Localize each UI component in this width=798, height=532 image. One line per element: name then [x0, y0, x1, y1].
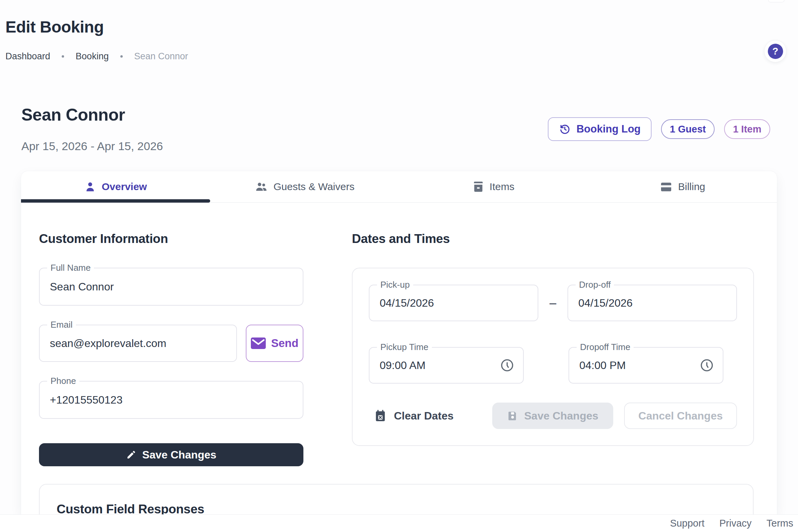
overview-content: Customer Information Full Name Sean Conn…	[21, 203, 777, 466]
people-icon	[255, 180, 268, 193]
tab-overview-label: Overview	[102, 181, 147, 192]
save-changes-button[interactable]: Save Changes	[39, 443, 303, 466]
booking-card: Overview Guests & Waivers	[21, 171, 777, 514]
booking-name: Sean Connor	[21, 105, 163, 125]
page-footer: Support Privacy Terms	[0, 514, 798, 532]
booking-header: Sean Connor Apr 15, 2026 - Apr 15, 2026	[21, 105, 163, 153]
custom-field-responses-card: Custom Field Responses	[39, 484, 754, 514]
send-email-button[interactable]: Send	[246, 325, 303, 362]
time-row-spacer	[524, 347, 569, 384]
email-field[interactable]: Email sean@explorevalet.com	[39, 325, 237, 362]
full-name-value: Sean Connor	[40, 281, 114, 293]
tab-guests-waivers[interactable]: Guests & Waivers	[210, 171, 399, 202]
breadcrumb-separator-dot	[120, 55, 123, 58]
dates-save-changes-label: Save Changes	[524, 410, 598, 422]
pickup-date-label: Pick-up	[377, 280, 413, 290]
footer-link-terms[interactable]: Terms	[766, 518, 793, 529]
floppy-disk-icon	[507, 410, 518, 421]
history-icon	[559, 123, 571, 135]
custom-field-responses-title: Custom Field Responses	[57, 502, 753, 514]
phone-field[interactable]: Phone +12015550123	[39, 381, 303, 419]
mail-icon	[251, 338, 266, 349]
email-label: Email	[47, 320, 76, 330]
tab-billing-label: Billing	[678, 181, 705, 192]
breadcrumb-dashboard[interactable]: Dashboard	[5, 51, 50, 62]
cancel-changes-button[interactable]: Cancel Changes	[624, 402, 737, 429]
customer-information-title: Customer Information	[39, 232, 303, 246]
clock-icon[interactable]	[700, 358, 714, 373]
tab-guests-waivers-label: Guests & Waivers	[274, 181, 355, 192]
email-value: sean@explorevalet.com	[40, 337, 166, 350]
clear-dates-button[interactable]: Clear Dates	[374, 409, 453, 422]
dropoff-date-field[interactable]: Drop-off 04/15/2026	[568, 285, 737, 321]
full-name-label: Full Name	[47, 263, 94, 273]
tab-billing[interactable]: Billing	[588, 171, 777, 202]
phone-label: Phone	[47, 376, 79, 386]
date-range-row: Pick-up 04/15/2026 – Drop-off 04/15/2026	[369, 285, 737, 321]
footer-link-support[interactable]: Support	[670, 518, 704, 529]
dates-save-changes-button-disabled[interactable]: Save Changes	[492, 402, 613, 429]
full-name-field[interactable]: Full Name Sean Connor	[39, 268, 303, 306]
booking-log-label: Booking Log	[576, 123, 641, 135]
clear-dates-label: Clear Dates	[394, 410, 453, 422]
edit-booking-page: Edit Booking Dashboard Booking Sean Conn…	[0, 0, 798, 532]
tab-bar: Overview Guests & Waivers	[21, 171, 777, 203]
dropoff-date-value: 04/15/2026	[568, 297, 633, 309]
email-row: Email sean@explorevalet.com Send	[39, 325, 303, 362]
active-tab-indicator	[21, 199, 210, 203]
breadcrumb: Dashboard Booking Sean Connor	[5, 51, 188, 62]
send-label: Send	[271, 337, 299, 350]
page-title: Edit Booking	[5, 18, 188, 36]
dates-card: Pick-up 04/15/2026 – Drop-off 04/15/2026…	[352, 268, 754, 446]
credit-card-icon	[660, 180, 672, 193]
pickup-time-label: Pickup Time	[377, 342, 432, 353]
booking-date-range: Apr 15, 2026 - Apr 15, 2026	[21, 139, 163, 153]
footer-link-privacy[interactable]: Privacy	[719, 518, 751, 529]
pencil-icon	[126, 450, 136, 460]
box-icon	[472, 180, 484, 193]
pickup-date-field[interactable]: Pick-up 04/15/2026	[369, 285, 538, 321]
save-changes-label: Save Changes	[142, 449, 217, 461]
top-edge-artifact	[768, 0, 784, 2]
pickup-date-value: 04/15/2026	[370, 297, 434, 309]
phone-value: +12015550123	[40, 394, 123, 406]
dropoff-time-field[interactable]: Dropoff Time 04:00 PM	[569, 347, 723, 384]
dropoff-date-label: Drop-off	[576, 280, 614, 290]
dates-and-times-title: Dates and Times	[352, 232, 754, 246]
help-button[interactable]: ?	[764, 40, 786, 62]
clock-icon[interactable]	[500, 358, 514, 373]
person-icon	[84, 180, 96, 193]
date-range-separator: –	[538, 296, 568, 310]
question-mark-icon: ?	[768, 44, 783, 59]
tab-items[interactable]: Items	[399, 171, 588, 202]
dates-and-times-section: Dates and Times Pick-up 04/15/2026 – Dro…	[352, 232, 754, 466]
breadcrumb-current: Sean Connor	[134, 51, 188, 62]
customer-information-section: Customer Information Full Name Sean Conn…	[39, 232, 303, 466]
time-row: Pickup Time 09:00 AM Dropoff Ti	[369, 347, 737, 384]
breadcrumb-separator-dot	[62, 55, 64, 58]
dates-actions-row: Clear Dates Save Changes	[369, 402, 737, 429]
dropoff-time-label: Dropoff Time	[577, 342, 634, 353]
booking-actions: Booking Log 1 Guest 1 Item	[548, 117, 770, 141]
dropoff-time-value: 04:00 PM	[569, 359, 626, 372]
pickup-time-value: 09:00 AM	[370, 359, 425, 372]
tab-overview[interactable]: Overview	[21, 171, 210, 202]
page-header: Edit Booking Dashboard Booking Sean Conn…	[5, 18, 188, 62]
guest-count-badge[interactable]: 1 Guest	[661, 119, 715, 139]
item-count-badge[interactable]: 1 Item	[724, 119, 770, 139]
calendar-x-icon	[374, 409, 387, 422]
tab-items-label: Items	[489, 181, 514, 192]
booking-log-button[interactable]: Booking Log	[548, 117, 651, 141]
pickup-time-field[interactable]: Pickup Time 09:00 AM	[369, 347, 524, 384]
breadcrumb-booking[interactable]: Booking	[76, 51, 109, 62]
